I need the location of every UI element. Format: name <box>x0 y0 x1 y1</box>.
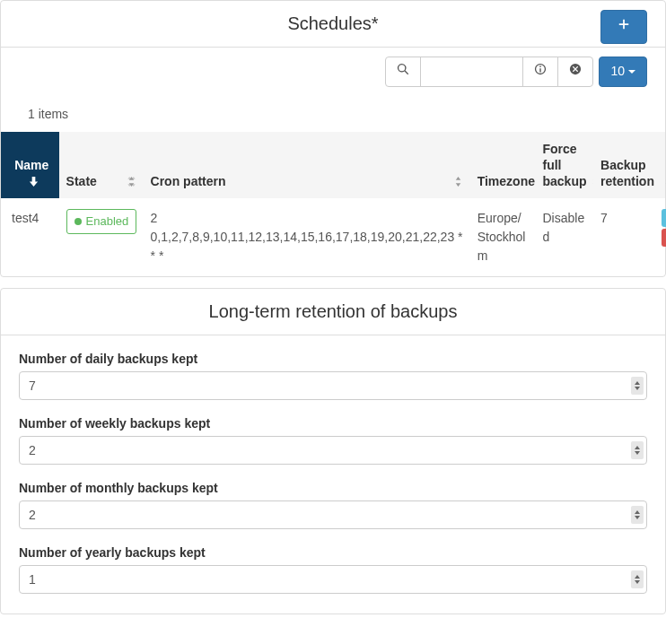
monthly-input[interactable] <box>19 500 647 529</box>
column-actions <box>654 132 665 199</box>
schedules-title: Schedules* <box>287 13 378 34</box>
schedules-header: Schedules* <box>1 1 665 48</box>
info-button[interactable] <box>522 57 558 87</box>
column-force-label: Force full backup <box>542 141 586 190</box>
chevron-down-icon <box>635 451 640 455</box>
table-row: test4 Enabled 2 0,1,2,7,8,9,10,11,12,13,… <box>1 198 665 276</box>
weekly-label: Number of weekly backups kept <box>19 416 647 431</box>
add-schedule-button[interactable] <box>600 10 647 44</box>
cell-force: Disabled <box>535 198 593 276</box>
column-force[interactable]: Force full backup <box>535 132 593 199</box>
sort-icon <box>127 177 136 189</box>
monthly-stepper-controls[interactable] <box>631 506 644 524</box>
column-name[interactable]: Name <box>1 132 59 199</box>
weekly-group: Number of weekly backups kept <box>19 416 647 465</box>
schedules-table: Name State <box>1 132 665 277</box>
column-state[interactable]: State <box>59 132 144 199</box>
page-size-label: 10 <box>610 63 625 81</box>
search-group <box>385 57 593 87</box>
state-badge-label: Enabled <box>86 213 129 231</box>
monthly-label: Number of monthly backups kept <box>19 481 647 495</box>
search-button[interactable] <box>385 57 421 87</box>
daily-group: Number of daily backups kept <box>19 352 647 400</box>
column-retention-label: Backup retention <box>600 157 654 189</box>
cell-timezone: Europe/ Stockholm <box>470 198 536 276</box>
chevron-up-icon <box>635 446 640 449</box>
chevron-up-icon <box>635 381 640 385</box>
cell-retention: 7 <box>593 198 654 276</box>
caret-down-icon <box>628 70 635 74</box>
status-dot-icon <box>74 218 82 225</box>
delete-row-button[interactable] <box>662 229 666 247</box>
sort-icon <box>453 177 463 189</box>
cell-state: Enabled <box>59 198 144 276</box>
items-count: 1 items <box>1 96 665 132</box>
retention-form: Number of daily backups kept Number of w… <box>1 335 665 614</box>
chevron-down-icon <box>635 516 640 519</box>
yearly-group: Number of yearly backups kept <box>19 545 647 594</box>
yearly-label: Number of yearly backups kept <box>19 545 647 560</box>
column-state-label: State <box>66 173 97 189</box>
yearly-input[interactable] <box>19 565 647 594</box>
page-size-button[interactable]: 10 <box>599 57 647 87</box>
chevron-down-icon <box>635 580 640 584</box>
cell-actions <box>654 198 665 276</box>
column-retention[interactable]: Backup retention <box>593 132 654 199</box>
column-timezone-label: Timezone <box>478 173 535 189</box>
column-name-label: Name <box>14 157 48 173</box>
weekly-input[interactable] <box>19 436 647 465</box>
sort-desc-icon <box>29 177 39 189</box>
retention-title: Long-term retention of backups <box>209 301 458 322</box>
search-icon <box>397 63 409 81</box>
yearly-stepper-controls[interactable] <box>631 570 644 588</box>
state-badge: Enabled <box>66 209 137 234</box>
daily-stepper-controls[interactable] <box>631 377 644 395</box>
weekly-stepper <box>19 436 647 465</box>
schedules-table-container: 1 items Name State <box>1 96 665 277</box>
row-actions <box>662 209 665 247</box>
cell-cron: 2 0,1,2,7,8,9,10,11,12,13,14,15,16,17,18… <box>144 198 470 276</box>
daily-stepper <box>19 371 647 400</box>
daily-label: Number of daily backups kept <box>19 352 647 366</box>
weekly-stepper-controls[interactable] <box>631 441 644 459</box>
table-header-row: Name State <box>1 132 665 199</box>
edit-row-button[interactable] <box>662 209 666 227</box>
column-timezone[interactable]: Timezone <box>470 132 536 199</box>
monthly-stepper <box>19 500 647 529</box>
retention-panel: Long-term retention of backups Number of… <box>0 288 666 614</box>
info-icon <box>534 63 547 81</box>
schedules-toolbar: 10 <box>1 48 665 96</box>
search-input[interactable] <box>420 57 523 87</box>
cell-name: test4 <box>1 198 59 276</box>
chevron-up-icon <box>635 510 640 514</box>
chevron-down-icon <box>635 387 640 390</box>
column-cron-label: Cron pattern <box>151 173 226 189</box>
retention-header: Long-term retention of backups <box>1 289 665 335</box>
schedules-panel: Schedules* <box>0 0 666 277</box>
clear-search-button[interactable] <box>557 57 593 87</box>
daily-input[interactable] <box>19 371 647 400</box>
plus-icon <box>618 18 630 36</box>
close-circle-icon <box>569 63 582 81</box>
monthly-group: Number of monthly backups kept <box>19 481 647 529</box>
chevron-up-icon <box>635 575 640 579</box>
yearly-stepper <box>19 565 647 594</box>
column-cron[interactable]: Cron pattern <box>144 132 470 199</box>
